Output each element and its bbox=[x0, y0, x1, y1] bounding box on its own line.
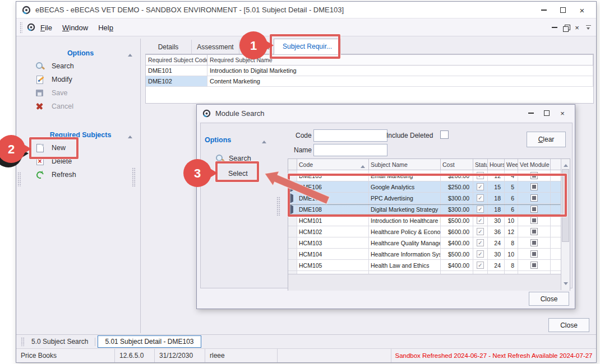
cell-week[interactable]: 10 bbox=[505, 249, 518, 259]
cell-code[interactable]: DME102 bbox=[146, 76, 207, 86]
cell-subject-name[interactable]: Healthcare Information Syst bbox=[369, 249, 441, 259]
main-close-button[interactable]: Close bbox=[548, 318, 589, 332]
cancel-button[interactable]: Cancel bbox=[21, 100, 140, 113]
name-input[interactable] bbox=[313, 144, 387, 156]
save-button[interactable]: Save bbox=[21, 87, 140, 99]
cell-extra[interactable] bbox=[551, 249, 562, 259]
splitter-grip[interactable] bbox=[17, 172, 21, 186]
cell-vet-module[interactable] bbox=[518, 226, 551, 237]
cell-hours[interactable] bbox=[488, 271, 505, 274]
close-button[interactable]: × bbox=[573, 4, 592, 16]
cell-name[interactable]: Content Marketing bbox=[207, 76, 593, 86]
cell-code[interactable]: HCM105 bbox=[297, 260, 369, 270]
cell-status[interactable]: ✓ bbox=[473, 237, 488, 248]
grid-column-header-week[interactable]: Week bbox=[505, 159, 518, 170]
table-row[interactable]: DME101Introduction to Digital Marketing bbox=[146, 66, 593, 76]
cell-cost[interactable]: $400.00 bbox=[441, 237, 473, 248]
grid-column-header-hours[interactable]: Hours bbox=[488, 159, 505, 170]
menu-grip[interactable] bbox=[20, 22, 22, 33]
status-cell-rleee: rleee bbox=[205, 349, 278, 362]
minimize-button[interactable] bbox=[534, 4, 553, 16]
grid-column-header-vet-module[interactable]: Vet Module bbox=[518, 159, 551, 170]
cell-vet-module[interactable] bbox=[518, 260, 551, 270]
cell-week[interactable]: 12 bbox=[505, 226, 518, 237]
cell-code[interactable]: HCM103 bbox=[297, 237, 369, 248]
cell-cost[interactable]: $600.00 bbox=[441, 226, 473, 237]
dialog-options-header[interactable]: Options bbox=[205, 136, 231, 144]
cell-vet-module[interactable] bbox=[518, 249, 551, 259]
cell-cost[interactable]: $400.00 bbox=[441, 260, 473, 270]
tab-details[interactable]: Details bbox=[145, 40, 191, 54]
scroll-up-icon[interactable] bbox=[564, 162, 568, 167]
cell-cost[interactable] bbox=[441, 271, 473, 274]
grid-row-hcm105[interactable]: HCM105Health Law and Ethics$400.00✓248 bbox=[288, 260, 570, 271]
grid-column-header-status[interactable]: Status bbox=[473, 159, 488, 170]
mdi-restore-button[interactable] bbox=[560, 22, 571, 32]
column-header-required-subject-code[interactable]: Required Subject Code bbox=[146, 55, 207, 65]
cell-hours[interactable]: 24 bbox=[488, 237, 505, 248]
cell-code[interactable]: DME101 bbox=[146, 66, 207, 76]
cell-status[interactable]: ✓ bbox=[473, 260, 488, 270]
dialog-title-bar: Module Search × bbox=[197, 105, 575, 122]
dialog-close-button[interactable]: × bbox=[555, 108, 570, 119]
grid-column-header-cost[interactable]: Cost bbox=[441, 159, 473, 170]
cell-week[interactable]: 8 bbox=[505, 237, 518, 248]
cell-hours[interactable]: 24 bbox=[488, 260, 505, 270]
cell-status[interactable]: ✓ bbox=[473, 249, 488, 259]
grid-row-hcm104[interactable]: HCM104Healthcare Information Syst$500.00… bbox=[288, 249, 570, 260]
cell-status[interactable] bbox=[473, 271, 488, 274]
cell-week[interactable] bbox=[505, 271, 518, 274]
bottom-tab-5-0-subject-search[interactable]: 5.0 Subject Search bbox=[25, 336, 95, 347]
cell-name[interactable]: Introduction to Digital Marketing bbox=[207, 66, 593, 76]
menu-item-help[interactable]: Help bbox=[93, 21, 118, 34]
code-input[interactable] bbox=[313, 129, 387, 142]
bottom-tab-5-01-subject-detail-dme103[interactable]: 5.01 Subject Detail - DME103 bbox=[98, 335, 201, 348]
cell-code[interactable]: HCM102 bbox=[297, 226, 369, 237]
grid-row-hcm102[interactable]: HCM102Healthcare Policy & Economi$600.00… bbox=[288, 226, 570, 237]
cell-extra[interactable] bbox=[551, 226, 562, 237]
dialog-close-action-button[interactable]: Close bbox=[529, 292, 569, 306]
menu-item-file[interactable]: File bbox=[35, 21, 57, 34]
cell-code[interactable]: HCM104 bbox=[297, 249, 369, 259]
cell-status[interactable]: ✓ bbox=[473, 226, 488, 237]
cell-subject-name[interactable]: Healthcare Policy & Economi bbox=[369, 226, 441, 237]
cell-hours[interactable]: 36 bbox=[488, 226, 505, 237]
cell-extra[interactable] bbox=[551, 260, 562, 270]
grid-row-partial[interactable] bbox=[288, 271, 570, 274]
grid-column-header-blank[interactable] bbox=[551, 159, 562, 170]
group-header-options[interactable]: Options bbox=[21, 48, 140, 59]
cell-subject-name[interactable]: Health Law and Ethics bbox=[369, 260, 441, 270]
cell-extra[interactable] bbox=[551, 237, 562, 248]
refresh-button[interactable]: Refresh bbox=[21, 169, 140, 181]
cell-extra[interactable] bbox=[551, 271, 562, 274]
cell-week[interactable]: 8 bbox=[505, 260, 518, 270]
splitter-grip[interactable] bbox=[132, 167, 136, 186]
cell-cost[interactable]: $500.00 bbox=[441, 249, 473, 259]
grid-row-hcm101[interactable]: HCM101Introduction to Healthcare M$500.0… bbox=[288, 215, 570, 226]
cell-subject-name[interactable]: Healthcare Quality Managem bbox=[369, 237, 441, 248]
cell-vet-module[interactable] bbox=[518, 271, 551, 274]
tab-assessment[interactable]: Assessment bbox=[191, 40, 239, 54]
menu-item-window[interactable]: Window bbox=[57, 21, 93, 34]
dialog-minimize-button[interactable] bbox=[523, 108, 539, 119]
status-checkbox-checked: ✓ bbox=[477, 217, 484, 224]
cell-vet-module[interactable] bbox=[518, 237, 551, 248]
scroll-down-icon[interactable] bbox=[564, 282, 568, 287]
maximize-button[interactable] bbox=[553, 4, 573, 16]
include-deleted-checkbox[interactable] bbox=[440, 130, 449, 139]
dialog-maximize-button[interactable] bbox=[539, 108, 555, 119]
grid-row-hcm103[interactable]: HCM103Healthcare Quality Managem$400.00✓… bbox=[288, 237, 570, 249]
mdi-close-button[interactable]: × bbox=[571, 22, 583, 32]
cell-subject-name[interactable] bbox=[369, 271, 441, 274]
modify-button[interactable]: Modify bbox=[21, 73, 140, 86]
cell-code[interactable] bbox=[297, 271, 369, 274]
row-indicator bbox=[288, 249, 297, 259]
clear-button[interactable]: Clear bbox=[527, 132, 566, 147]
mdi-minimize-button[interactable] bbox=[549, 22, 560, 32]
cell-hours[interactable]: 30 bbox=[488, 249, 505, 259]
table-row[interactable]: DME102Content Marketing bbox=[146, 76, 593, 87]
tabstrip-grip[interactable] bbox=[21, 337, 25, 346]
toolbar-options-button[interactable] bbox=[583, 22, 594, 32]
search-button[interactable]: Search bbox=[21, 60, 140, 72]
grid-column-header-subject-name[interactable]: Subject Name bbox=[369, 159, 441, 170]
